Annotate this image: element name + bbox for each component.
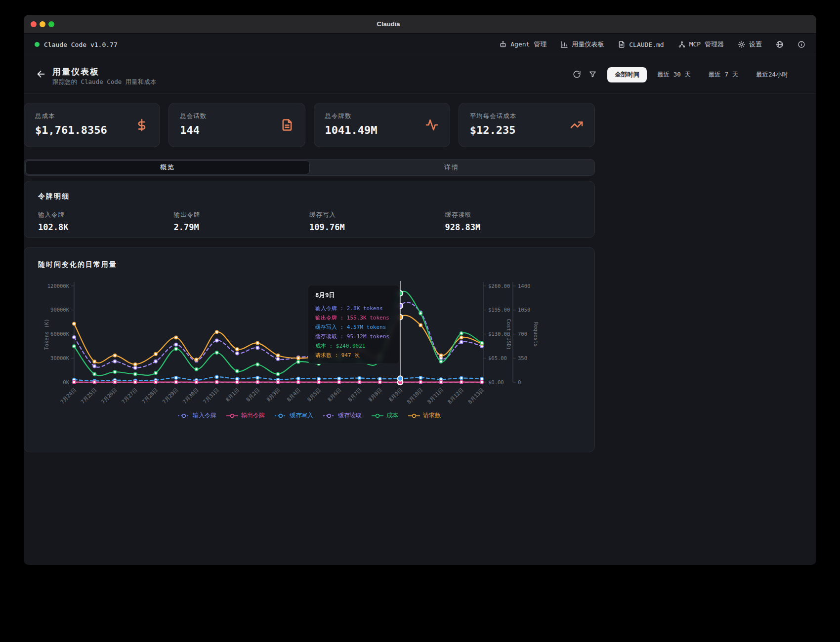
page-subtitle: 跟踪您的 Claude Code 用量和成本 [52, 78, 156, 86]
app-window: Claudia Claude Code v1.0.77 Agent 管理用量仪表… [24, 15, 816, 565]
svg-text:350: 350 [518, 355, 527, 361]
stat-cards: 总成本$1,761.8356总会话数144总令牌数1041.49M平均每会话成本… [24, 103, 595, 147]
svg-text:7月25日: 7月25日 [80, 387, 98, 405]
svg-text:8月8日: 8月8日 [367, 387, 383, 402]
svg-text:8月6日: 8月6日 [326, 387, 342, 402]
stat-label: 总会话数 [180, 112, 294, 120]
legend-marker-icon [408, 413, 420, 418]
svg-text:60000K: 60000K [50, 331, 70, 337]
token-breakdown-item: 输出令牌2.79M [174, 211, 310, 232]
svg-text:0: 0 [518, 379, 521, 385]
close-window-button[interactable] [31, 21, 37, 27]
status-dot-icon [35, 42, 40, 47]
token-breakdown-grid: 输入令牌102.8K输出令牌2.79M缓存写入109.76M缓存读取928.83… [38, 211, 581, 232]
token-breakdown-item: 缓存写入109.76M [309, 211, 445, 232]
minimize-window-button[interactable] [40, 21, 45, 27]
screen: Claudia Claude Code v1.0.77 Agent 管理用量仪表… [0, 0, 840, 642]
page-title: 用量仪表板 [52, 66, 99, 78]
svg-text:7月24日: 7月24日 [59, 387, 78, 405]
legend-item[interactable]: 缓存写入 [275, 411, 313, 420]
time-filter-group: 全部时间最近 30 天最近 7 天最近24小时 [607, 67, 796, 82]
svg-text:8月12日: 8月12日 [446, 387, 464, 405]
chart-tooltip: 8月9日 输入令牌 : 2.8K tokens输出令牌 : 155.3K tok… [308, 285, 400, 364]
stat-card: 平均每会话成本$12.235 [459, 103, 595, 147]
tooltip-date: 8月9日 [315, 291, 392, 300]
svg-text:8月9日: 8月9日 [387, 387, 403, 402]
stat-card: 总成本$1,761.8356 [24, 103, 160, 147]
svg-text:$65.00: $65.00 [488, 355, 507, 361]
stat-value: $1,761.8356 [35, 124, 149, 136]
back-icon [36, 69, 46, 80]
legend-marker-icon [226, 413, 238, 418]
time-filter-button[interactable]: 全部时间 [607, 67, 647, 82]
token-breakdown-panel: 令牌明细 输入令牌102.8K输出令牌2.79M缓存写入109.76M缓存读取9… [24, 181, 595, 238]
legend-marker-icon [323, 413, 335, 418]
svg-text:7月26日: 7月26日 [100, 387, 118, 405]
tooltip-row: 缓存读取 : 95.12M tokens [315, 332, 392, 341]
svg-text:700: 700 [518, 331, 527, 337]
tooltip-row: 输入令牌 : 2.8K tokens [315, 304, 392, 313]
svg-text:Cost (USD): Cost (USD) [506, 319, 512, 350]
legend-marker-icon [372, 413, 383, 418]
tab-details[interactable]: 详情 [310, 160, 593, 174]
zoom-window-button[interactable] [48, 21, 54, 27]
titlebar: Claudia [24, 15, 816, 34]
app-version: Claude Code v1.0.77 [35, 34, 118, 55]
usage-chart-panel: 随时间变化的日常用量 0K30000K60000K90000K120000K$0… [24, 247, 595, 452]
chart-legend: 输入令牌输出令牌缓存写入缓存读取成本请求数 [24, 411, 594, 420]
svg-text:8月3日: 8月3日 [265, 387, 281, 402]
bot-icon [499, 40, 507, 48]
svg-text:8月11日: 8月11日 [426, 387, 444, 405]
svg-text:8月2日: 8月2日 [245, 387, 260, 402]
svg-text:1050: 1050 [518, 307, 530, 313]
svg-text:120000K: 120000K [47, 283, 70, 289]
legend-item[interactable]: 缓存读取 [323, 411, 362, 420]
tooltip-row: 输出令牌 : 155.3K tokens [315, 313, 392, 322]
svg-text:7月27日: 7月27日 [120, 387, 138, 405]
activity-icon [425, 118, 439, 132]
nav-item-gear[interactable]: 设置 [738, 40, 762, 49]
window-title: Claudia [377, 20, 400, 28]
svg-text:7月28日: 7月28日 [141, 387, 159, 405]
legend-item[interactable]: 请求数 [408, 411, 441, 420]
nav-item-globe[interactable] [776, 40, 784, 48]
tooltip-row: 请求数 : 947 次 [315, 351, 392, 360]
legend-item[interactable]: 输出令牌 [226, 411, 265, 420]
svg-text:0K: 0K [63, 379, 69, 385]
svg-text:8月10日: 8月10日 [406, 387, 424, 405]
refresh-button[interactable] [573, 70, 582, 79]
file-icon [280, 118, 294, 132]
tooltip-row: 缓存写入 : 4.57M tokens [315, 322, 392, 332]
globe-icon [776, 40, 784, 48]
token-breakdown-title: 令牌明细 [38, 192, 581, 201]
svg-text:8月4日: 8月4日 [286, 387, 301, 402]
time-filter-button[interactable]: 最近24小时 [749, 67, 796, 82]
time-filter-button[interactable]: 最近 7 天 [701, 67, 746, 82]
filter-icon [588, 70, 597, 79]
legend-item[interactable]: 成本 [372, 411, 398, 420]
svg-text:1400: 1400 [518, 283, 530, 289]
svg-text:8月5日: 8月5日 [306, 387, 322, 402]
nav-item-mcp[interactable]: MCP 管理器 [678, 40, 724, 49]
svg-text:Tokens (K): Tokens (K) [43, 319, 49, 350]
nav-item-info[interactable] [798, 40, 805, 48]
stat-card: 总会话数144 [168, 103, 305, 147]
mcp-icon [678, 40, 686, 48]
file-icon [618, 40, 626, 48]
nav-item-chart[interactable]: 用量仪表板 [560, 40, 604, 49]
svg-text:7月31日: 7月31日 [202, 387, 220, 405]
time-filter-button[interactable]: 最近 30 天 [650, 67, 698, 82]
tooltip-row: 成本 : $240.0021 [315, 341, 392, 351]
nav-item-file[interactable]: CLAUDE.md [618, 40, 664, 48]
app-header: Claude Code v1.0.77 Agent 管理用量仪表板CLAUDE.… [24, 34, 816, 55]
stat-value: 1041.49M [325, 124, 439, 136]
tab-overview[interactable]: 概览 [25, 160, 310, 174]
svg-text:8月7日: 8月7日 [347, 387, 363, 402]
filter-button[interactable] [588, 70, 597, 79]
svg-text:Requests: Requests [533, 322, 539, 347]
legend-item[interactable]: 输入令牌 [178, 411, 216, 420]
refresh-icon [573, 70, 581, 79]
nav-item-bot[interactable]: Agent 管理 [499, 40, 546, 49]
view-tabs: 概览 详情 [24, 159, 595, 176]
back-button[interactable] [36, 69, 47, 80]
